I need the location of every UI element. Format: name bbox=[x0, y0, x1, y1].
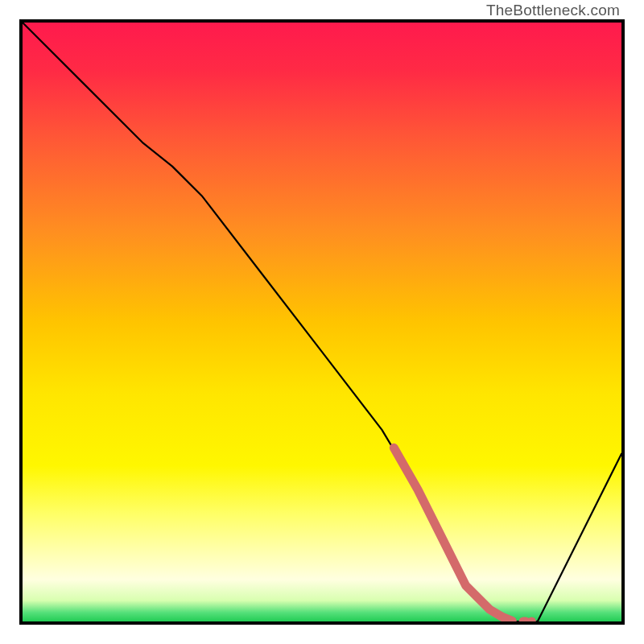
bottleneck-curve bbox=[23, 23, 621, 621]
svg-point-1 bbox=[527, 617, 536, 622]
watermark-text: TheBottleneck.com bbox=[486, 2, 620, 19]
chart-frame bbox=[19, 19, 625, 625]
